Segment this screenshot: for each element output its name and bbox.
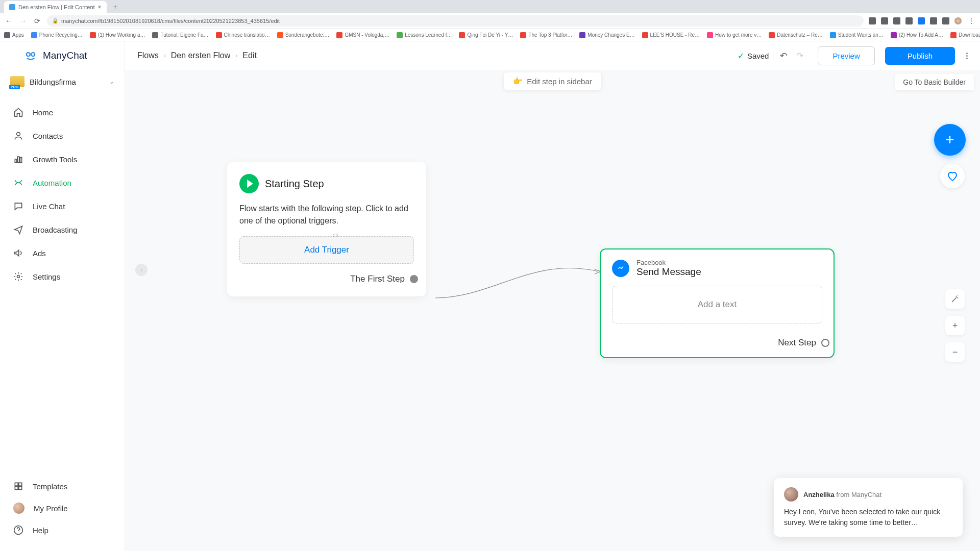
bookmark-item[interactable]: How to get more v… [707,32,762,38]
sidebar-item-ads[interactable]: Ads [0,241,125,265]
sidebar-item-contacts[interactable]: Contacts [0,124,125,147]
bookmark-favicon [459,32,465,38]
workspace-selector[interactable]: PRO Bildungsfirma ⌄ [0,70,125,93]
sidebar-item-live-chat[interactable]: Live Chat [0,194,125,218]
back-button[interactable]: ← [4,16,13,26]
output-port[interactable] [410,275,418,283]
next-step-output[interactable]: Next Step [612,338,822,348]
sidebar-item-automation[interactable]: Automation [0,171,125,194]
output-port[interactable] [821,339,829,347]
forward-button[interactable]: → [18,16,28,26]
sidebar-item-settings[interactable]: Settings [0,265,125,288]
add-text-button[interactable]: Add a text [612,286,822,323]
sidebar-item-label: Help [33,526,48,535]
crumb-flows[interactable]: Flows [137,51,159,60]
bookmark-item[interactable]: GMSN - Vologda,… [336,32,389,38]
add-step-button[interactable]: + [934,124,966,156]
sidebar-item-label: Growth Tools [33,155,77,164]
sidebar-item-my-profile[interactable]: My Profile [0,497,125,519]
menu-icon[interactable]: ⋮ [967,16,976,26]
bookmark-item[interactable]: Apps [4,32,24,38]
more-menu-button[interactable] [966,53,968,59]
sidebar-item-help[interactable]: Help [0,519,125,541]
bookmark-item[interactable]: Student Wants an… [830,32,884,38]
sidebar: ManyChat PRO Bildungsfirma ⌄ HomeContact… [0,41,125,551]
chat-from: from ManyChat [836,491,881,498]
bookmark-item[interactable]: The Top 3 Platfor… [520,32,572,38]
ext-icon[interactable] [893,17,900,24]
bookmark-item[interactable]: Lessons Learned f… [397,32,452,38]
avatar-icon [13,503,24,514]
bookmark-label: Sonderangebote:… [285,32,330,38]
support-chat-widget[interactable]: Anzhelika from ManyChat Hey Leon, You've… [774,478,963,537]
crumb-flow-name[interactable]: Den ersten Flow [171,51,231,60]
url-field[interactable]: 🔒 manychat.com/fb198150201081920618/cms/… [47,15,864,27]
svg-rect-6 [15,487,18,490]
card-header: Facebook Send Message [612,259,822,278]
sidebar-item-broadcasting[interactable]: Broadcasting [0,218,125,241]
sidebar-item-growth-tools[interactable]: Growth Tools [0,147,125,171]
bookmark-item[interactable]: Phone Recycling… [31,32,83,38]
favorite-button[interactable] [940,164,965,188]
ext-icon[interactable] [930,17,937,24]
bookmark-item[interactable]: (1) How Working a… [90,32,145,38]
expand-panel-button[interactable]: › [135,264,148,276]
ext-icon[interactable] [905,17,913,24]
close-icon[interactable]: × [98,4,102,11]
live-chat-icon [13,201,23,211]
bookmark-item[interactable]: Money Changes E… [579,32,634,38]
svg-point-2 [17,132,20,136]
ext-icon[interactable] [918,17,925,24]
ext-icon[interactable] [869,17,876,24]
bookmark-item[interactable]: LEE'S HOUSE - Re… [642,32,700,38]
ext-icon[interactable] [942,17,949,24]
templates-icon [13,481,23,491]
card-title: Send Message [636,266,701,278]
bookmark-item[interactable]: (2) How To Add A… [891,32,943,38]
send-message-card[interactable]: Facebook Send Message Add a text Next St… [600,248,835,358]
sidebar-item-home[interactable]: Home [0,101,125,124]
cursor-icon: ⬭ [333,232,338,239]
sidebar-item-templates[interactable]: Templates [0,475,125,497]
topbar: Flows › Den ersten Flow › Edit ✓ Saved ↶… [125,41,980,70]
bookmark-item[interactable]: Datenschutz – Re… [769,32,823,38]
card-source: Facebook [636,259,701,266]
logo[interactable]: ManyChat [0,41,125,70]
new-tab-button[interactable]: + [110,1,121,12]
flow-canvas[interactable]: › Starting Step Flow starts with the fol… [125,70,980,551]
bookmark-label: (2) How To Add A… [899,32,943,38]
app: ManyChat PRO Bildungsfirma ⌄ HomeContact… [0,41,980,551]
tab-bar: Den ersten Flow | Edit Content × + [0,0,980,13]
workspace-icon: PRO [10,76,24,87]
sidebar-item-label: Home [33,108,53,117]
add-trigger-button[interactable]: ⬭ Add Trigger [239,236,414,264]
breadcrumb: Flows › Den ersten Flow › Edit [137,51,257,60]
svg-point-3 [17,276,20,278]
undo-button[interactable]: ↶ [780,51,787,61]
bookmark-label: Lessons Learned f… [405,32,452,38]
extension-icons: ⋮ [869,16,976,26]
card-title: Starting Step [265,178,324,190]
first-step-output[interactable]: The First Step [239,274,414,284]
bookmark-label: Chinese translatio… [224,32,270,38]
bookmark-favicon [769,32,775,38]
bookmark-item[interactable]: Sonderangebote:… [277,32,330,38]
bookmark-item[interactable]: Tutorial: Eigene Fa… [152,32,208,38]
bookmark-label: Money Changes E… [587,32,634,38]
bookmark-item[interactable]: Download - Cooki… [950,32,980,38]
chat-agent-name: Anzhelika [803,491,835,498]
svg-rect-7 [19,487,22,490]
bookmark-item[interactable]: Chinese translatio… [216,32,270,38]
browser-tab[interactable]: Den ersten Flow | Edit Content × [4,1,107,13]
bookmark-favicon [707,32,713,38]
profile-avatar-icon[interactable] [954,17,962,24]
publish-button[interactable]: Publish [885,47,955,65]
preview-button[interactable]: Preview [818,46,874,65]
bookmark-item[interactable]: Qing Fei De Yi - Y… [459,32,513,38]
ext-icon[interactable] [881,17,888,24]
zoom-out-button[interactable]: − [945,342,965,362]
starting-step-card[interactable]: Starting Step Flow starts with the follo… [227,162,426,296]
auto-arrange-button[interactable] [945,289,965,309]
zoom-in-button[interactable]: + [945,316,965,335]
reload-button[interactable]: ⟳ [33,16,42,26]
